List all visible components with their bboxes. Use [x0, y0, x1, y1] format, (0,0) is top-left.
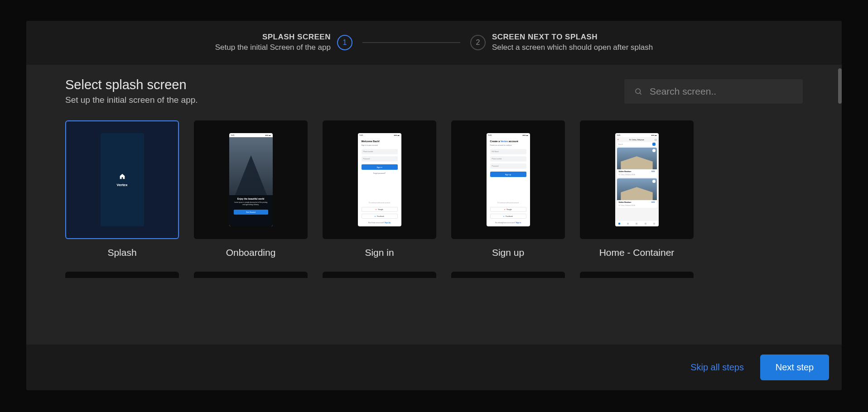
step-2[interactable]: 2 SCREEN NEXT TO SPLASH Select a screen …	[470, 33, 653, 52]
house-icon	[119, 173, 126, 180]
card-label-onboarding: Onboarding	[226, 247, 276, 258]
screen-cards: Vertex Splash 9:41●●● ▬ Enjoy the beauti…	[26, 105, 842, 258]
search-box[interactable]	[624, 79, 803, 104]
card-peek[interactable]	[65, 272, 179, 278]
heading-subtitle: Set up the initial screen of the app.	[65, 95, 198, 105]
card-label-signin: Sign in	[365, 247, 394, 258]
card-peek[interactable]	[580, 272, 694, 278]
search-input[interactable]	[650, 86, 793, 97]
card-preview-signup[interactable]: 9:41●●● ▬ Create a Vertex account Create…	[451, 120, 565, 239]
modal-footer: Skip all steps Next step	[26, 345, 842, 390]
next-step-button[interactable]: Next step	[760, 355, 829, 380]
skip-all-button[interactable]: Skip all steps	[690, 362, 744, 373]
step-1[interactable]: SPLASH SCREEN Setup the initial Screen o…	[215, 33, 352, 52]
card-preview-splash[interactable]: Vertex	[65, 120, 179, 239]
card-peek[interactable]	[451, 272, 565, 278]
card-signin: 9:41●●● ▬ Welcome Back! Sign in to your …	[323, 120, 436, 258]
splash-setup-modal: SPLASH SCREEN Setup the initial Screen o…	[26, 21, 842, 390]
phone-splash: Vertex	[101, 133, 144, 226]
card-splash: Vertex Splash	[65, 120, 179, 258]
card-home: 9:41●●● ▬ 📍St. Celina, Delaware◯ Search …	[580, 120, 694, 258]
step-2-desc: Select a screen which should open after …	[492, 43, 653, 52]
content-area: Select splash screen Set up the initial …	[26, 65, 842, 345]
splash-brand: Vertex	[116, 183, 127, 187]
card-peek[interactable]	[323, 272, 436, 278]
phone-signup: 9:41●●● ▬ Create a Vertex account Create…	[487, 133, 530, 226]
phone-signin: 9:41●●● ▬ Welcome Back! Sign in to your …	[358, 133, 401, 226]
card-onboarding: 9:41●●● ▬ Enjoy the beautiful world Lore…	[194, 120, 308, 258]
card-preview-onboarding[interactable]: 9:41●●● ▬ Enjoy the beautiful world Lore…	[194, 120, 308, 239]
stepper: SPLASH SCREEN Setup the initial Screen o…	[26, 21, 842, 65]
card-peek[interactable]	[194, 272, 308, 278]
card-label-home: Home - Container	[599, 247, 675, 258]
step-1-desc: Setup the initial Screen of the app	[215, 43, 331, 52]
card-label-splash: Splash	[107, 247, 136, 258]
svg-line-1	[640, 93, 641, 95]
card-signup: 9:41●●● ▬ Create a Vertex account Create…	[451, 120, 565, 258]
phone-onboarding: 9:41●●● ▬ Enjoy the beautiful world Lore…	[229, 133, 273, 226]
card-label-signup: Sign up	[492, 247, 524, 258]
svg-point-0	[636, 89, 641, 94]
card-preview-signin[interactable]: 9:41●●● ▬ Welcome Back! Sign in to your …	[323, 120, 436, 239]
step-connector	[362, 42, 460, 43]
step-2-title: SCREEN NEXT TO SPLASH	[492, 33, 598, 42]
step-1-indicator: 1	[337, 35, 352, 50]
phone-home: 9:41●●● ▬ 📍St. Celina, Delaware◯ Search …	[615, 133, 659, 226]
content-heading: Select splash screen Set up the initial …	[65, 77, 198, 105]
scrollbar-thumb[interactable]	[838, 68, 842, 104]
card-preview-home[interactable]: 9:41●●● ▬ 📍St. Celina, Delaware◯ Search …	[580, 120, 694, 239]
step-2-indicator: 2	[470, 35, 486, 50]
heading-title: Select splash screen	[65, 77, 198, 92]
step-1-title: SPLASH SCREEN	[262, 33, 331, 42]
search-icon	[634, 87, 642, 96]
cards-row-2-peek	[26, 258, 842, 278]
